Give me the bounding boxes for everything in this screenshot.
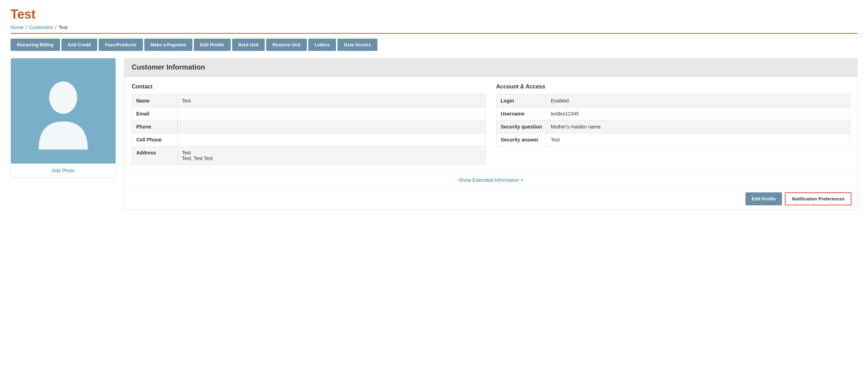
table-row: LoginEnabled: [497, 94, 850, 107]
contact-section-title: Contact: [132, 84, 486, 90]
toolbar: Recurring BillingAdd CreditFees/Products…: [11, 39, 857, 51]
breadcrumb-customers[interactable]: Customers: [29, 25, 53, 30]
notification-preferences-button[interactable]: Notification Preferences: [785, 192, 851, 205]
page-title: Test: [11, 7, 857, 22]
account-value: Test: [546, 133, 850, 146]
edit-profile-button[interactable]: Edit Profile: [745, 192, 782, 205]
contact-label: Email: [132, 107, 178, 120]
account-section-title: Account & Access: [496, 84, 850, 90]
account-label: Login: [497, 94, 546, 107]
table-row: Usernametestboi12345: [497, 107, 850, 120]
add-photo-link[interactable]: Add Photo: [11, 164, 116, 178]
account-column: Account & Access LoginEnabledUsernametes…: [496, 84, 850, 165]
main-content: Add Photo Customer Information Contact N…: [11, 58, 857, 210]
contact-label: Cell Phone: [132, 133, 178, 146]
contact-table: NameTestEmailPhoneCell PhoneAddressTestT…: [132, 94, 486, 165]
breadcrumb-home[interactable]: Home: [11, 25, 24, 30]
account-value: Mother's maiden name: [546, 120, 850, 133]
table-row: Cell Phone: [132, 133, 486, 146]
toolbar-btn-fees-products[interactable]: Fees/Products: [99, 39, 143, 51]
contact-label: Phone: [132, 120, 178, 133]
svg-point-0: [49, 81, 77, 114]
avatar-silhouette: [35, 72, 91, 150]
toolbar-btn-letters[interactable]: Letters: [308, 39, 336, 51]
contact-value: [178, 107, 486, 120]
account-label: Username: [497, 107, 546, 120]
breadcrumb-sep2: /: [55, 25, 57, 30]
breadcrumb: Home / Customers / Test: [11, 25, 857, 34]
info-panel-header: Customer Information: [125, 58, 857, 77]
toolbar-btn-add-credit[interactable]: Add Credit: [61, 39, 97, 51]
account-value: testboi12345: [546, 107, 850, 120]
toolbar-btn-make-payment[interactable]: Make a Payment: [144, 39, 192, 51]
toolbar-btn-reserve-unit[interactable]: Reserve Unit: [266, 39, 307, 51]
contact-value: [178, 120, 486, 133]
action-buttons: Edit Profile Notification Preferences: [125, 188, 857, 210]
info-panel: Customer Information Contact NameTestEma…: [124, 58, 857, 210]
show-extended: Show Extended Information +: [125, 172, 857, 188]
table-row: Email: [132, 107, 486, 120]
account-value: Enabled: [546, 94, 850, 107]
table-row: AddressTestTest, Test Test: [132, 146, 486, 165]
table-row: NameTest: [132, 94, 486, 107]
table-row: Security answerTest: [497, 133, 850, 146]
contact-label: Name: [132, 94, 178, 107]
contact-value: TestTest, Test Test: [178, 146, 486, 165]
account-table: LoginEnabledUsernametestboi12345Security…: [496, 94, 850, 146]
contact-value: Test: [178, 94, 486, 107]
toolbar-btn-edit-profile[interactable]: Edit Profile: [194, 39, 231, 51]
breadcrumb-sep1: /: [26, 25, 27, 30]
breadcrumb-current: Test: [59, 25, 68, 30]
toolbar-btn-recurring-billing[interactable]: Recurring Billing: [11, 39, 60, 51]
toolbar-btn-gate-access[interactable]: Gate Access: [337, 39, 377, 51]
contact-column: Contact NameTestEmailPhoneCell PhoneAddr…: [132, 84, 486, 165]
table-row: Security questionMother's maiden name: [497, 120, 850, 133]
page-container: Test Home / Customers / Test Recurring B…: [0, 0, 868, 217]
avatar-image: [11, 58, 116, 164]
contact-value: [178, 133, 486, 146]
contact-label: Address: [132, 146, 178, 165]
account-label: Security question: [497, 120, 546, 133]
customer-info-title: Customer Information: [132, 63, 850, 71]
show-extended-link[interactable]: Show Extended Information +: [459, 177, 523, 183]
toolbar-btn-rent-unit[interactable]: Rent Unit: [232, 39, 265, 51]
account-label: Security answer: [497, 133, 546, 146]
info-columns: Contact NameTestEmailPhoneCell PhoneAddr…: [125, 77, 857, 172]
table-row: Phone: [132, 120, 486, 133]
avatar-panel: Add Photo: [11, 58, 116, 178]
